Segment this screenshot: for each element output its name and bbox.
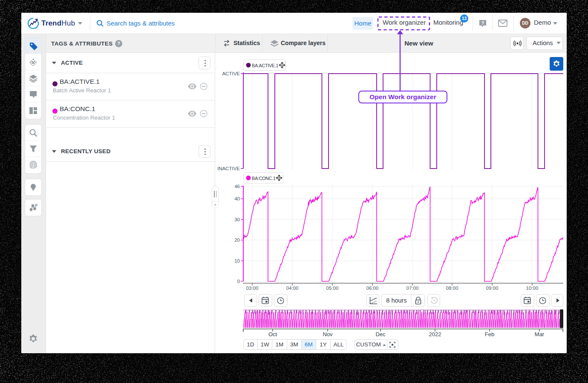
svg-text:Dec: Dec [375, 331, 386, 337]
svg-text:08:00: 08:00 [446, 286, 458, 291]
svg-text:03:00: 03:00 [246, 286, 259, 291]
svg-text:46: 46 [234, 184, 240, 189]
svg-text:ACTIVE: ACTIVE [222, 71, 240, 76]
svg-text:06:00: 06:00 [366, 286, 379, 291]
svg-text:Mar: Mar [535, 331, 545, 337]
svg-text:05:00: 05:00 [326, 286, 339, 291]
svg-text:40: 40 [234, 196, 240, 201]
svg-text:BA:CONC.1: BA:CONC.1 [252, 176, 276, 181]
svg-text:09:00: 09:00 [486, 286, 499, 291]
svg-text:10:00: 10:00 [526, 286, 539, 291]
svg-text:Oct: Oct [268, 331, 277, 337]
svg-text:20: 20 [234, 237, 240, 243]
svg-text:Nov: Nov [323, 331, 333, 337]
svg-text:04:00: 04:00 [286, 286, 299, 291]
svg-text:07:00: 07:00 [406, 286, 419, 291]
svg-text:0: 0 [237, 279, 240, 284]
svg-text:Feb: Feb [485, 331, 494, 337]
svg-text:10: 10 [234, 258, 240, 263]
svg-text:BA:ACTIVE.1: BA:ACTIVE.1 [252, 63, 278, 68]
svg-text:30: 30 [234, 217, 240, 222]
svg-text:INACTIVE: INACTIVE [217, 166, 240, 171]
svg-text:2022: 2022 [429, 331, 441, 337]
svg-text:?: ? [481, 20, 484, 26]
